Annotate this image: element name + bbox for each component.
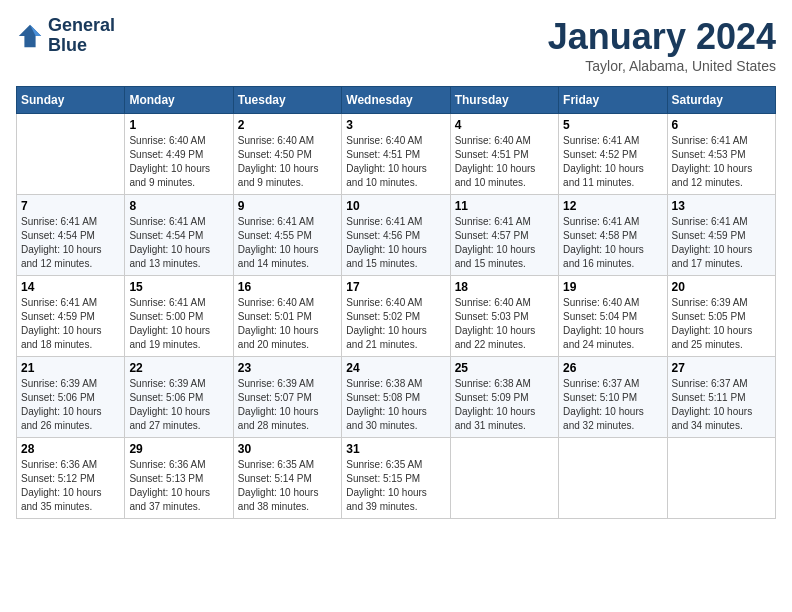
day-number: 6 bbox=[672, 118, 771, 132]
day-info: Sunrise: 6:41 AM Sunset: 4:54 PM Dayligh… bbox=[129, 215, 228, 271]
day-number: 24 bbox=[346, 361, 445, 375]
calendar-day-cell: 26Sunrise: 6:37 AM Sunset: 5:10 PM Dayli… bbox=[559, 357, 667, 438]
day-info: Sunrise: 6:41 AM Sunset: 4:59 PM Dayligh… bbox=[21, 296, 120, 352]
day-number: 10 bbox=[346, 199, 445, 213]
calendar-day-cell: 10Sunrise: 6:41 AM Sunset: 4:56 PM Dayli… bbox=[342, 195, 450, 276]
day-number: 15 bbox=[129, 280, 228, 294]
weekday-header-cell: Wednesday bbox=[342, 87, 450, 114]
day-number: 18 bbox=[455, 280, 554, 294]
calendar-day-cell: 9Sunrise: 6:41 AM Sunset: 4:55 PM Daylig… bbox=[233, 195, 341, 276]
day-number: 26 bbox=[563, 361, 662, 375]
calendar-day-cell: 27Sunrise: 6:37 AM Sunset: 5:11 PM Dayli… bbox=[667, 357, 775, 438]
day-info: Sunrise: 6:38 AM Sunset: 5:09 PM Dayligh… bbox=[455, 377, 554, 433]
day-number: 21 bbox=[21, 361, 120, 375]
day-info: Sunrise: 6:41 AM Sunset: 4:55 PM Dayligh… bbox=[238, 215, 337, 271]
logo: General Blue bbox=[16, 16, 115, 56]
day-number: 17 bbox=[346, 280, 445, 294]
day-info: Sunrise: 6:36 AM Sunset: 5:13 PM Dayligh… bbox=[129, 458, 228, 514]
calendar-week-row: 28Sunrise: 6:36 AM Sunset: 5:12 PM Dayli… bbox=[17, 438, 776, 519]
day-info: Sunrise: 6:39 AM Sunset: 5:07 PM Dayligh… bbox=[238, 377, 337, 433]
calendar-day-cell: 2Sunrise: 6:40 AM Sunset: 4:50 PM Daylig… bbox=[233, 114, 341, 195]
calendar-day-cell: 30Sunrise: 6:35 AM Sunset: 5:14 PM Dayli… bbox=[233, 438, 341, 519]
calendar-day-cell: 17Sunrise: 6:40 AM Sunset: 5:02 PM Dayli… bbox=[342, 276, 450, 357]
day-info: Sunrise: 6:40 AM Sunset: 5:02 PM Dayligh… bbox=[346, 296, 445, 352]
calendar-body: 1Sunrise: 6:40 AM Sunset: 4:49 PM Daylig… bbox=[17, 114, 776, 519]
page-header: General Blue January 2024 Taylor, Alabam… bbox=[16, 16, 776, 74]
day-number: 23 bbox=[238, 361, 337, 375]
day-number: 1 bbox=[129, 118, 228, 132]
calendar-day-cell: 28Sunrise: 6:36 AM Sunset: 5:12 PM Dayli… bbox=[17, 438, 125, 519]
calendar-day-cell: 25Sunrise: 6:38 AM Sunset: 5:09 PM Dayli… bbox=[450, 357, 558, 438]
weekday-header-cell: Tuesday bbox=[233, 87, 341, 114]
logo-text: General Blue bbox=[48, 16, 115, 56]
calendar-day-cell: 15Sunrise: 6:41 AM Sunset: 5:00 PM Dayli… bbox=[125, 276, 233, 357]
day-info: Sunrise: 6:39 AM Sunset: 5:06 PM Dayligh… bbox=[129, 377, 228, 433]
day-info: Sunrise: 6:38 AM Sunset: 5:08 PM Dayligh… bbox=[346, 377, 445, 433]
day-info: Sunrise: 6:37 AM Sunset: 5:10 PM Dayligh… bbox=[563, 377, 662, 433]
day-number: 12 bbox=[563, 199, 662, 213]
calendar-day-cell: 4Sunrise: 6:40 AM Sunset: 4:51 PM Daylig… bbox=[450, 114, 558, 195]
calendar-day-cell: 7Sunrise: 6:41 AM Sunset: 4:54 PM Daylig… bbox=[17, 195, 125, 276]
calendar-day-cell bbox=[667, 438, 775, 519]
calendar-week-row: 7Sunrise: 6:41 AM Sunset: 4:54 PM Daylig… bbox=[17, 195, 776, 276]
calendar-week-row: 14Sunrise: 6:41 AM Sunset: 4:59 PM Dayli… bbox=[17, 276, 776, 357]
day-info: Sunrise: 6:41 AM Sunset: 4:58 PM Dayligh… bbox=[563, 215, 662, 271]
weekday-header-cell: Thursday bbox=[450, 87, 558, 114]
calendar-day-cell: 5Sunrise: 6:41 AM Sunset: 4:52 PM Daylig… bbox=[559, 114, 667, 195]
weekday-header-cell: Monday bbox=[125, 87, 233, 114]
day-number: 16 bbox=[238, 280, 337, 294]
day-info: Sunrise: 6:40 AM Sunset: 5:04 PM Dayligh… bbox=[563, 296, 662, 352]
day-info: Sunrise: 6:41 AM Sunset: 4:56 PM Dayligh… bbox=[346, 215, 445, 271]
day-number: 5 bbox=[563, 118, 662, 132]
title-section: January 2024 Taylor, Alabama, United Sta… bbox=[548, 16, 776, 74]
calendar-day-cell: 19Sunrise: 6:40 AM Sunset: 5:04 PM Dayli… bbox=[559, 276, 667, 357]
calendar-day-cell bbox=[17, 114, 125, 195]
day-number: 27 bbox=[672, 361, 771, 375]
day-info: Sunrise: 6:39 AM Sunset: 5:06 PM Dayligh… bbox=[21, 377, 120, 433]
calendar-day-cell: 18Sunrise: 6:40 AM Sunset: 5:03 PM Dayli… bbox=[450, 276, 558, 357]
calendar-table: SundayMondayTuesdayWednesdayThursdayFrid… bbox=[16, 86, 776, 519]
day-info: Sunrise: 6:36 AM Sunset: 5:12 PM Dayligh… bbox=[21, 458, 120, 514]
day-number: 31 bbox=[346, 442, 445, 456]
day-number: 7 bbox=[21, 199, 120, 213]
calendar-day-cell: 31Sunrise: 6:35 AM Sunset: 5:15 PM Dayli… bbox=[342, 438, 450, 519]
day-info: Sunrise: 6:40 AM Sunset: 5:03 PM Dayligh… bbox=[455, 296, 554, 352]
day-info: Sunrise: 6:40 AM Sunset: 5:01 PM Dayligh… bbox=[238, 296, 337, 352]
day-info: Sunrise: 6:41 AM Sunset: 5:00 PM Dayligh… bbox=[129, 296, 228, 352]
day-number: 3 bbox=[346, 118, 445, 132]
calendar-day-cell: 16Sunrise: 6:40 AM Sunset: 5:01 PM Dayli… bbox=[233, 276, 341, 357]
day-number: 22 bbox=[129, 361, 228, 375]
calendar-week-row: 1Sunrise: 6:40 AM Sunset: 4:49 PM Daylig… bbox=[17, 114, 776, 195]
day-number: 2 bbox=[238, 118, 337, 132]
calendar-day-cell: 8Sunrise: 6:41 AM Sunset: 4:54 PM Daylig… bbox=[125, 195, 233, 276]
calendar-day-cell: 24Sunrise: 6:38 AM Sunset: 5:08 PM Dayli… bbox=[342, 357, 450, 438]
day-info: Sunrise: 6:35 AM Sunset: 5:14 PM Dayligh… bbox=[238, 458, 337, 514]
day-info: Sunrise: 6:40 AM Sunset: 4:51 PM Dayligh… bbox=[455, 134, 554, 190]
day-number: 9 bbox=[238, 199, 337, 213]
calendar-title: January 2024 bbox=[548, 16, 776, 58]
day-number: 29 bbox=[129, 442, 228, 456]
calendar-day-cell: 21Sunrise: 6:39 AM Sunset: 5:06 PM Dayli… bbox=[17, 357, 125, 438]
day-info: Sunrise: 6:40 AM Sunset: 4:50 PM Dayligh… bbox=[238, 134, 337, 190]
calendar-day-cell bbox=[450, 438, 558, 519]
weekday-header-cell: Sunday bbox=[17, 87, 125, 114]
day-number: 11 bbox=[455, 199, 554, 213]
calendar-day-cell: 6Sunrise: 6:41 AM Sunset: 4:53 PM Daylig… bbox=[667, 114, 775, 195]
calendar-day-cell: 3Sunrise: 6:40 AM Sunset: 4:51 PM Daylig… bbox=[342, 114, 450, 195]
weekday-header-cell: Friday bbox=[559, 87, 667, 114]
calendar-day-cell: 1Sunrise: 6:40 AM Sunset: 4:49 PM Daylig… bbox=[125, 114, 233, 195]
day-info: Sunrise: 6:37 AM Sunset: 5:11 PM Dayligh… bbox=[672, 377, 771, 433]
calendar-week-row: 21Sunrise: 6:39 AM Sunset: 5:06 PM Dayli… bbox=[17, 357, 776, 438]
day-info: Sunrise: 6:41 AM Sunset: 4:52 PM Dayligh… bbox=[563, 134, 662, 190]
day-info: Sunrise: 6:41 AM Sunset: 4:53 PM Dayligh… bbox=[672, 134, 771, 190]
day-info: Sunrise: 6:41 AM Sunset: 4:59 PM Dayligh… bbox=[672, 215, 771, 271]
day-info: Sunrise: 6:40 AM Sunset: 4:51 PM Dayligh… bbox=[346, 134, 445, 190]
calendar-day-cell: 12Sunrise: 6:41 AM Sunset: 4:58 PM Dayli… bbox=[559, 195, 667, 276]
calendar-day-cell: 29Sunrise: 6:36 AM Sunset: 5:13 PM Dayli… bbox=[125, 438, 233, 519]
calendar-day-cell: 14Sunrise: 6:41 AM Sunset: 4:59 PM Dayli… bbox=[17, 276, 125, 357]
day-info: Sunrise: 6:35 AM Sunset: 5:15 PM Dayligh… bbox=[346, 458, 445, 514]
day-number: 4 bbox=[455, 118, 554, 132]
day-number: 20 bbox=[672, 280, 771, 294]
day-number: 30 bbox=[238, 442, 337, 456]
calendar-day-cell: 22Sunrise: 6:39 AM Sunset: 5:06 PM Dayli… bbox=[125, 357, 233, 438]
